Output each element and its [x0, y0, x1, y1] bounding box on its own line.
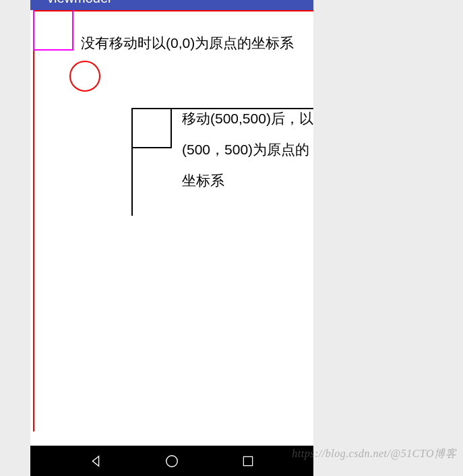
translated-square	[131, 108, 172, 148]
red-circle-marker	[69, 61, 100, 92]
phone-frame: viewmodel 没有移动时以(0,0)为原点的坐标系 移动(500,500)…	[30, 0, 313, 476]
origin-label: 没有移动时以(0,0)为原点的坐标系	[81, 32, 307, 55]
app-title: viewmodel	[47, 0, 111, 6]
watermark-url: https://blog.csdn.net/@51CTO博客	[292, 447, 456, 461]
origin-x-axis	[33, 10, 313, 11]
svg-rect-1	[244, 456, 253, 465]
origin-square	[33, 10, 73, 51]
home-icon[interactable]	[164, 453, 180, 469]
android-nav-bar	[30, 446, 313, 476]
back-icon[interactable]	[88, 453, 104, 469]
canvas-area: 没有移动时以(0,0)为原点的坐标系 移动(500,500)后，以(500，50…	[30, 10, 313, 432]
app-bar: viewmodel	[30, 0, 313, 10]
recents-icon[interactable]	[240, 453, 256, 469]
origin-y-axis	[33, 10, 34, 432]
translated-label: 移动(500,500)后，以(500，500)为原点的坐标系	[182, 103, 317, 197]
svg-point-0	[166, 455, 178, 467]
